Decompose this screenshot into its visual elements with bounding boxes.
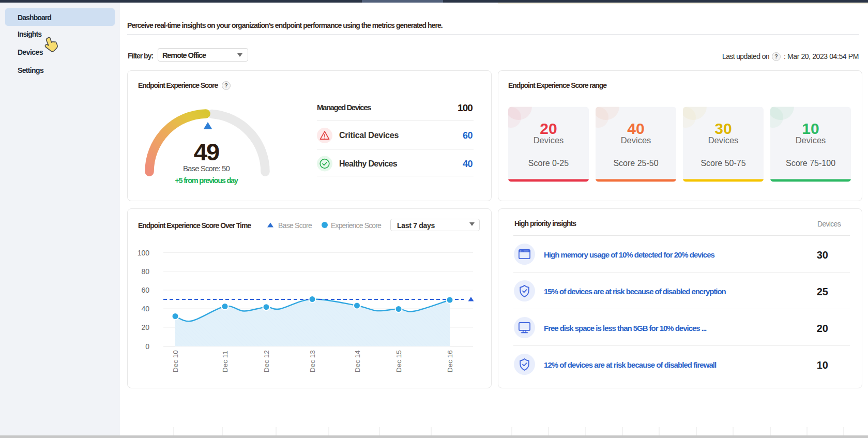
svg-text:Devices: Devices bbox=[796, 135, 826, 145]
svg-text:Dec 10: Dec 10 bbox=[172, 350, 179, 372]
svg-text:Score 50-75: Score 50-75 bbox=[701, 159, 745, 168]
svg-text:80: 80 bbox=[141, 267, 149, 276]
svg-text:100: 100 bbox=[138, 249, 150, 257]
svg-text:40: 40 bbox=[141, 305, 149, 313]
svg-text:40: 40 bbox=[627, 120, 644, 137]
svg-text:0: 0 bbox=[145, 342, 149, 351]
svg-text:Dec 14: Dec 14 bbox=[354, 350, 361, 372]
svg-text:Score 25-50: Score 25-50 bbox=[613, 159, 658, 168]
svg-text:Score 0-25: Score 0-25 bbox=[528, 159, 569, 168]
svg-text:Dec 16: Dec 16 bbox=[446, 350, 454, 372]
svg-text:Devices: Devices bbox=[534, 135, 564, 145]
svg-text:60: 60 bbox=[141, 286, 149, 294]
svg-text:Dec 12: Dec 12 bbox=[263, 350, 270, 372]
svg-text:Devices: Devices bbox=[621, 135, 651, 145]
svg-text:Devices: Devices bbox=[708, 135, 739, 145]
svg-text:Dec 11: Dec 11 bbox=[221, 351, 229, 372]
svg-text:Dec 13: Dec 13 bbox=[309, 350, 316, 372]
svg-text:10: 10 bbox=[802, 120, 819, 137]
svg-text:30: 30 bbox=[714, 120, 732, 137]
svg-text:20: 20 bbox=[141, 323, 149, 331]
svg-text:Score 75-100: Score 75-100 bbox=[786, 159, 835, 168]
svg-text:20: 20 bbox=[540, 120, 557, 137]
svg-text:Dec 15: Dec 15 bbox=[395, 350, 403, 372]
